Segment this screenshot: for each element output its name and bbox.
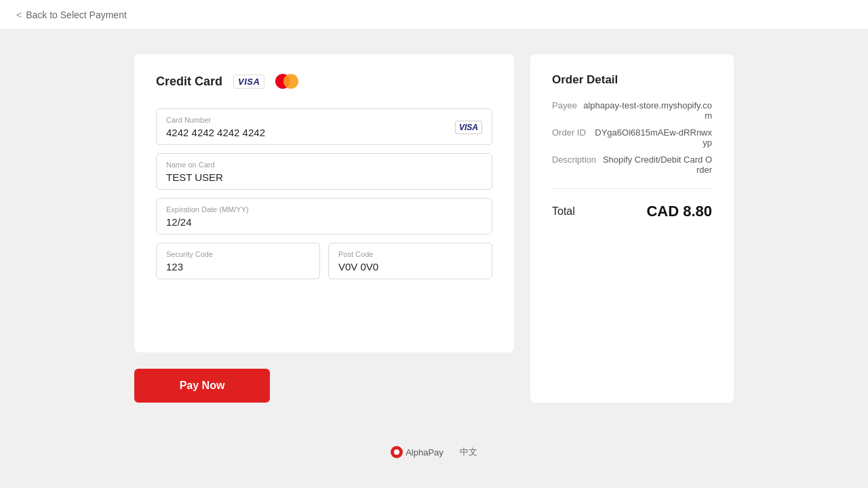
expiry-value: 12/24 bbox=[166, 216, 192, 228]
description-label: Description bbox=[552, 155, 596, 175]
main-content: Credit Card VISA Card Number 4242 4242 4… bbox=[61, 30, 807, 419]
order-detail-panel: Order Detail Payee alphapay-test-store.m… bbox=[530, 54, 734, 403]
expiry-field[interactable]: Expiration Date (MM/YY) 12/24 bbox=[156, 198, 492, 235]
name-value: TEST USER bbox=[166, 171, 223, 183]
footer: AlphaPay 中文 bbox=[0, 430, 868, 474]
total-amount: CAD 8.80 bbox=[646, 203, 712, 220]
total-label: Total bbox=[552, 205, 575, 218]
alphapay-icon bbox=[391, 446, 403, 458]
payee-row: Payee alphapay-test-store.myshopify.com bbox=[552, 100, 712, 121]
mastercard-logo bbox=[275, 73, 300, 89]
postcode-field[interactable]: Post Code V0V 0V0 bbox=[328, 243, 492, 279]
card-number-value: 4242 4242 4242 4242 bbox=[166, 127, 265, 138]
footer-brand-name: AlphaPay bbox=[406, 447, 443, 458]
security-code-field[interactable]: Security Code 123 bbox=[156, 243, 320, 279]
description-value: Shopify Credit/Debit Card Order bbox=[601, 155, 712, 175]
order-detail-title: Order Detail bbox=[552, 73, 712, 87]
card-form-title: Credit Card bbox=[156, 75, 222, 89]
security-value: 123 bbox=[166, 261, 183, 272]
footer-language-switcher[interactable]: 中文 bbox=[460, 446, 477, 458]
expiry-group: Expiration Date (MM/YY) 12/24 bbox=[156, 198, 492, 235]
card-form-container: Credit Card VISA Card Number 4242 4242 4… bbox=[134, 54, 514, 352]
order-id-value: DYga6Ol6815mAEw-dRRnwxyp bbox=[591, 127, 712, 148]
order-id-row: Order ID DYga6Ol6815mAEw-dRRnwxyp bbox=[552, 127, 712, 148]
card-header: Credit Card VISA bbox=[156, 73, 492, 89]
mastercard-orange-circle bbox=[283, 74, 298, 89]
back-link-label: Back to Select Payment bbox=[26, 9, 127, 20]
security-code-group: Security Code 123 bbox=[156, 243, 320, 279]
card-number-content: Card Number 4242 4242 4242 4242 bbox=[166, 116, 265, 139]
payee-value: alphapay-test-store.myshopify.com bbox=[583, 100, 712, 121]
postcode-label: Post Code bbox=[338, 250, 482, 258]
credit-card-panel: Credit Card VISA Card Number 4242 4242 4… bbox=[134, 54, 514, 403]
visa-logo: VISA bbox=[233, 75, 264, 89]
total-row: Total CAD 8.80 bbox=[552, 203, 712, 220]
visa-inline-icon: VISA bbox=[455, 121, 482, 134]
order-divider bbox=[552, 188, 712, 189]
expiry-label: Expiration Date (MM/YY) bbox=[166, 205, 482, 214]
security-label: Security Code bbox=[166, 250, 310, 258]
payee-label: Payee bbox=[552, 100, 577, 121]
pay-now-button[interactable]: Pay Now bbox=[134, 369, 270, 403]
footer-brand: AlphaPay bbox=[391, 446, 443, 458]
order-id-label: Order ID bbox=[552, 127, 586, 148]
name-on-card-field[interactable]: Name on Card TEST USER bbox=[156, 153, 492, 190]
name-label: Name on Card bbox=[166, 161, 482, 169]
postcode-group: Post Code V0V 0V0 bbox=[328, 243, 492, 279]
card-number-group: Card Number 4242 4242 4242 4242 VISA bbox=[156, 108, 492, 145]
top-bar: < Back to Select Payment bbox=[0, 0, 868, 30]
back-link[interactable]: < Back to Select Payment bbox=[16, 9, 127, 20]
description-row: Description Shopify Credit/Debit Card Or… bbox=[552, 155, 712, 175]
svg-point-0 bbox=[394, 449, 399, 455]
alphapay-logo-svg bbox=[393, 449, 400, 455]
card-number-label: Card Number bbox=[166, 116, 265, 124]
card-number-field[interactable]: Card Number 4242 4242 4242 4242 VISA bbox=[156, 108, 492, 145]
security-postcode-row: Security Code 123 Post Code V0V 0V0 bbox=[156, 243, 492, 287]
name-on-card-group: Name on Card TEST USER bbox=[156, 153, 492, 190]
back-chevron-icon: < bbox=[16, 9, 22, 20]
postcode-value: V0V 0V0 bbox=[338, 261, 378, 272]
